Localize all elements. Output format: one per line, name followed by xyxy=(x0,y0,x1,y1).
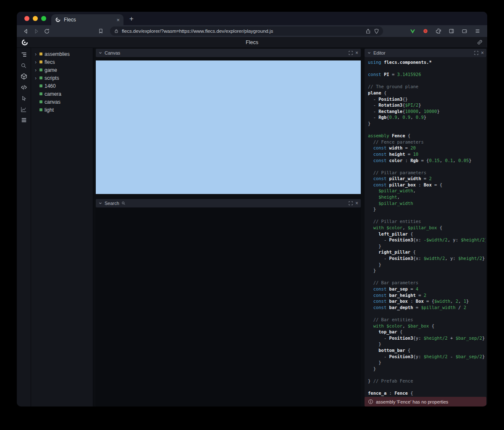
code-line: const bar_depth = $pillar_width / 2 xyxy=(368,304,486,311)
bookmark-icon[interactable] xyxy=(96,26,105,36)
code-editor-icon[interactable] xyxy=(20,84,28,91)
tree-item-label: camera xyxy=(45,91,61,97)
entity-color-dot xyxy=(39,108,42,111)
code-line: const bar_box : Box = {$width, 2, 1} xyxy=(368,298,486,304)
code-line: const color : Rgb = {0.15, 0.1, 0.05} xyxy=(368,157,486,164)
code-line: bottom_bar { xyxy=(368,347,486,354)
code-line: } xyxy=(368,341,486,347)
editor-body[interactable]: using flecs.components.* const PI = 3.14… xyxy=(365,57,486,397)
selector-pointer-icon[interactable] xyxy=(20,95,28,102)
back-icon[interactable] xyxy=(21,26,30,36)
tree-item-label: assemblies xyxy=(45,51,70,57)
chevron-right-icon[interactable]: › xyxy=(34,52,37,57)
reload-icon[interactable] xyxy=(42,26,51,36)
table-rows-icon[interactable] xyxy=(20,117,28,123)
search-panel-body[interactable] xyxy=(96,207,361,406)
code-line: - Rectangle{10000, 10000} xyxy=(368,108,486,115)
editor-panel-header[interactable]: Editor × xyxy=(365,49,486,57)
chevron-right-icon[interactable]: › xyxy=(34,76,37,81)
tree-item-camera[interactable]: camera xyxy=(31,90,93,98)
code-line: } xyxy=(368,262,486,268)
code-line: - Position3{y: $height/2 + $bar_sep/2} xyxy=(368,335,486,341)
recorder-extension-icon[interactable] xyxy=(421,26,430,36)
error-bar: assembly 'Fence' has no properties xyxy=(365,397,486,406)
tree-item-flecs[interactable]: ›flecs xyxy=(31,58,93,66)
canvas-panel-header[interactable]: Canvas × xyxy=(96,49,361,57)
code-line: } xyxy=(368,121,486,127)
minimize-window-button[interactable] xyxy=(33,16,38,21)
search-lens-icon xyxy=(121,201,126,205)
sidebar-toggle-icon[interactable] xyxy=(447,26,456,36)
code-line: fence_a : Fence { xyxy=(368,390,486,396)
code-line: } xyxy=(368,243,486,249)
code-line: left_pillar { xyxy=(368,231,486,237)
close-icon[interactable]: × xyxy=(481,50,484,55)
chevron-down-icon[interactable] xyxy=(367,51,371,55)
tree-item-canvas[interactable]: canvas xyxy=(31,98,93,106)
code-line: const pillar_box : Box = { xyxy=(368,182,486,188)
chevron-down-icon[interactable] xyxy=(98,201,102,205)
editor-code[interactable]: using flecs.components.* const PI = 3.14… xyxy=(365,57,486,396)
window-controls xyxy=(17,16,51,21)
vue-devtools-extension-icon[interactable] xyxy=(408,26,417,36)
entity-color-dot xyxy=(39,100,42,103)
extensions-puzzle-icon[interactable] xyxy=(434,26,443,36)
tree-item-assemblies[interactable]: ›assemblies xyxy=(31,50,93,58)
forward-icon[interactable] xyxy=(32,26,41,36)
tree-item-label: flecs xyxy=(45,59,55,65)
lock-icon[interactable] xyxy=(114,29,119,34)
canvas-panel-title: Canvas xyxy=(105,50,120,55)
share-icon[interactable] xyxy=(365,29,371,34)
brave-shield-icon[interactable] xyxy=(374,29,379,34)
menu-icon[interactable] xyxy=(473,26,482,36)
search-icon[interactable] xyxy=(20,62,28,69)
code-line: - Rgb{0.9, 0.9, 0.9} xyxy=(368,114,486,121)
code-line: const bar_sep = 4 xyxy=(368,286,486,292)
address-bar[interactable]: flecs.dev/explorer/?wasm=https://www.fle… xyxy=(110,26,383,36)
tree-item-scripts[interactable]: ›scripts xyxy=(31,74,93,82)
code-line: $pillar_width xyxy=(368,200,486,207)
tree-item-1460[interactable]: 1460 xyxy=(31,82,93,90)
chevron-down-icon[interactable] xyxy=(98,51,102,55)
expand-icon[interactable] xyxy=(474,50,479,55)
tree-item-game[interactable]: ›game xyxy=(31,66,93,74)
code-line xyxy=(368,384,486,390)
tree-item-label: light xyxy=(45,107,54,113)
chevron-right-icon[interactable]: › xyxy=(34,68,37,73)
url-text[interactable]: flecs.dev/explorer/?wasm=https://www.fle… xyxy=(122,29,362,34)
zoom-window-button[interactable] xyxy=(41,16,46,21)
expand-icon[interactable] xyxy=(348,201,353,206)
entity-color-dot xyxy=(39,76,42,79)
close-icon[interactable]: × xyxy=(355,201,358,206)
browser-tab[interactable]: Flecs × xyxy=(51,14,123,25)
entity-tree-icon[interactable] xyxy=(20,51,28,58)
close-icon[interactable]: × xyxy=(355,50,358,55)
search-panel-header[interactable]: Search × xyxy=(96,199,361,207)
browser-window: Flecs × + flecs.dev/explore xyxy=(17,12,487,406)
wallet-icon[interactable] xyxy=(460,26,469,36)
code-line xyxy=(368,163,486,170)
close-window-button[interactable] xyxy=(24,16,29,21)
canvas-cube-icon[interactable] xyxy=(20,73,28,80)
link-icon[interactable] xyxy=(477,39,483,45)
expand-icon[interactable] xyxy=(348,50,353,55)
tab-close-icon[interactable]: × xyxy=(116,17,120,23)
tree-item-label: scripts xyxy=(45,75,59,81)
search-panel-title: Search xyxy=(105,201,119,206)
code-line: - Position3{x: $width/2, y: $height/2} xyxy=(368,255,486,262)
code-line: - Position3{} xyxy=(368,96,486,102)
tree-item-label: game xyxy=(45,67,57,73)
stats-chart-icon[interactable] xyxy=(20,106,28,113)
new-tab-button[interactable]: + xyxy=(129,15,134,22)
code-line xyxy=(368,372,486,378)
entity-color-dot xyxy=(39,60,42,63)
tree-item-light[interactable]: light xyxy=(31,106,93,114)
desktop-background: Flecs × + flecs.dev/explore xyxy=(0,0,504,430)
code-line: plane { xyxy=(368,90,486,96)
code-line xyxy=(368,78,486,84)
browser-toolbar: flecs.dev/explorer/?wasm=https://www.fle… xyxy=(17,25,487,37)
canvas-viewport[interactable] xyxy=(96,60,361,194)
chevron-right-icon[interactable]: › xyxy=(34,60,37,65)
entity-color-dot xyxy=(39,92,42,95)
code-line: - Position3{x: -$width/2, y: $height/2} xyxy=(368,237,486,243)
